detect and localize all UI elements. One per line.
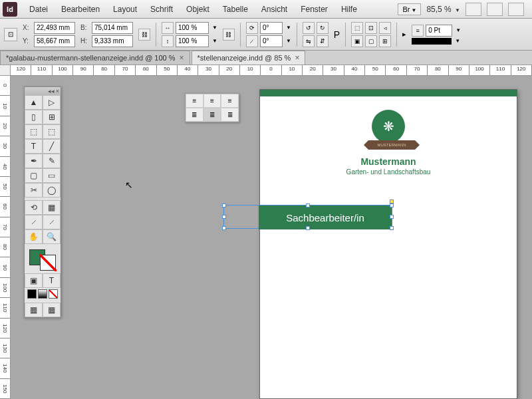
- headline-text[interactable]: Sachbearbeiter/in: [259, 205, 392, 229]
- free-transform-tool[interactable]: ⟲: [25, 200, 43, 215]
- align-left-icon[interactable]: ≡: [186, 94, 203, 108]
- normal-view-button[interactable]: ▦: [25, 303, 43, 317]
- close-icon[interactable]: ×: [295, 53, 299, 63]
- document-page[interactable]: ❋ MUSTERMANN Mustermann Garten- und Land…: [259, 89, 517, 399]
- resize-handle-br[interactable]: [390, 226, 394, 230]
- tab-document-2[interactable]: *stellenanzeige.indd @ 85 %×: [192, 51, 306, 65]
- menu-bearbeiten[interactable]: Bearbeiten: [55, 2, 106, 17]
- resize-handle-tr[interactable]: [390, 203, 394, 207]
- reference-point-icon[interactable]: ⊡: [4, 28, 17, 41]
- format-container-button[interactable]: ▣: [25, 273, 43, 288]
- chevron-down-icon[interactable]: ▼: [212, 38, 217, 44]
- justify-center-icon[interactable]: ≣: [203, 108, 221, 122]
- rectangle-frame-tool[interactable]: ▢: [25, 168, 43, 183]
- chevron-down-icon[interactable]: ▼: [286, 38, 291, 44]
- eyedropper-tool[interactable]: ⟋: [25, 215, 43, 229]
- center-content-icon[interactable]: ⊞: [379, 35, 391, 47]
- pen-tool[interactable]: ✒: [25, 154, 43, 168]
- workspace-switcher[interactable]: [508, 3, 524, 16]
- rotate-input[interactable]: [260, 22, 283, 34]
- stroke-color[interactable]: [40, 255, 56, 271]
- menu-datei[interactable]: Datei: [23, 2, 55, 17]
- align-center-icon[interactable]: ≡: [203, 94, 221, 108]
- resize-handle-tl[interactable]: [222, 203, 226, 207]
- tab-document-1[interactable]: *galabau-mustermann-stellenanzeige.indd …: [0, 51, 190, 65]
- menu-ansicht[interactable]: Ansicht: [255, 2, 294, 17]
- selected-text-frame[interactable]: Sachbearbeiter/in: [223, 205, 392, 229]
- fit-content-icon[interactable]: ▣: [351, 35, 363, 47]
- resize-handle-mr[interactable]: [390, 215, 394, 219]
- scale-x-input[interactable]: [176, 22, 209, 34]
- pencil-tool[interactable]: ✎: [43, 154, 61, 168]
- line-tool[interactable]: ╱: [43, 139, 61, 154]
- select-content-icon[interactable]: ⊡: [365, 22, 377, 34]
- close-icon[interactable]: ×: [56, 88, 59, 94]
- format-text-button[interactable]: T: [43, 273, 61, 288]
- menu-tabelle[interactable]: Tabelle: [216, 2, 255, 17]
- apply-gradient-button[interactable]: [38, 289, 47, 299]
- direct-selection-tool[interactable]: ▷: [43, 95, 61, 110]
- ruler-origin[interactable]: [0, 65, 11, 76]
- menu-hilfe[interactable]: Hilfe: [334, 2, 364, 17]
- type-tool[interactable]: T: [25, 139, 43, 154]
- gap-tool[interactable]: ⊞: [43, 110, 61, 124]
- chevron-down-icon[interactable]: ▼: [455, 38, 460, 44]
- apply-color-button[interactable]: [27, 289, 37, 299]
- align-right-icon[interactable]: ≡: [221, 94, 239, 108]
- expander-icon[interactable]: ▸: [402, 30, 406, 39]
- zoom-tool[interactable]: 🔍: [43, 229, 61, 244]
- fit-frame-icon[interactable]: ▢: [365, 35, 377, 47]
- bridge-button[interactable]: Br▼: [398, 3, 421, 15]
- screen-mode-button[interactable]: [466, 3, 481, 16]
- collapse-icon[interactable]: ◂◂: [48, 88, 55, 94]
- menu-schrift[interactable]: Schrift: [144, 2, 180, 17]
- justify-right-icon[interactable]: ≣: [221, 108, 239, 122]
- close-icon[interactable]: ×: [180, 53, 184, 63]
- out-port-indicator[interactable]: [390, 200, 394, 203]
- resize-handle-bl[interactable]: [222, 226, 226, 230]
- menu-fenster[interactable]: Fenster: [294, 2, 334, 17]
- gradient-tool[interactable]: ▦: [43, 200, 61, 215]
- page-tool[interactable]: ▯: [25, 110, 43, 124]
- chevron-down-icon[interactable]: ▼: [456, 27, 461, 33]
- scissors-tool[interactable]: ✂: [25, 183, 43, 198]
- justify-left-icon[interactable]: ≣: [186, 108, 203, 122]
- color-theme-tool[interactable]: ⟋: [43, 215, 61, 229]
- ellipse-tool[interactable]: ◯: [43, 183, 61, 198]
- vertical-ruler[interactable]: 0102030405060708090100110120130140150: [0, 76, 11, 399]
- resize-handle-ml[interactable]: [222, 215, 226, 219]
- chevron-down-icon[interactable]: ▼: [212, 25, 217, 31]
- rotate-cw-icon[interactable]: ↻: [317, 22, 329, 34]
- arrange-docs-button[interactable]: [487, 3, 503, 16]
- width-input[interactable]: [92, 22, 133, 34]
- scale-y-input[interactable]: [176, 35, 209, 47]
- resize-handle-bm[interactable]: [306, 226, 310, 230]
- rectangle-tool[interactable]: ▭: [43, 168, 61, 183]
- constrain-scale-icon[interactable]: ⛓: [223, 29, 235, 41]
- flip-h-icon[interactable]: ⇋: [303, 35, 315, 47]
- menu-layout[interactable]: Layout: [106, 2, 144, 17]
- rotate-ccw-icon[interactable]: ↺: [303, 22, 315, 34]
- menu-objekt[interactable]: Objekt: [180, 2, 216, 17]
- selection-tool[interactable]: ▲: [25, 95, 43, 110]
- x-input[interactable]: [34, 22, 75, 34]
- resize-handle-tm[interactable]: [306, 203, 310, 207]
- horizontal-ruler[interactable]: 1201101009080706050403020100102030405060…: [11, 65, 532, 76]
- shear-input[interactable]: [260, 35, 283, 47]
- select-prev-icon[interactable]: ◃: [379, 22, 391, 34]
- stroke-weight-input[interactable]: [426, 25, 452, 37]
- fill-stroke-swatch[interactable]: [29, 249, 56, 271]
- zoom-level[interactable]: 85,5 % ▼: [426, 5, 460, 14]
- tools-panel-header[interactable]: ◂◂×: [25, 87, 61, 95]
- height-input[interactable]: [92, 35, 133, 47]
- apply-none-button[interactable]: [49, 289, 58, 299]
- select-container-icon[interactable]: ⬚: [351, 22, 363, 34]
- content-placer-tool[interactable]: ⬚: [43, 124, 61, 139]
- constrain-icon[interactable]: ⛓: [138, 29, 150, 41]
- content-collector-tool[interactable]: ⬚: [25, 124, 43, 139]
- stroke-style-preview[interactable]: [412, 38, 452, 45]
- align-panel[interactable]: ≡ ≡ ≡ ≣ ≣ ≣: [185, 93, 239, 122]
- flip-v-icon[interactable]: ⇵: [317, 35, 329, 47]
- y-input[interactable]: [34, 35, 75, 47]
- preview-view-button[interactable]: ▦: [43, 303, 61, 317]
